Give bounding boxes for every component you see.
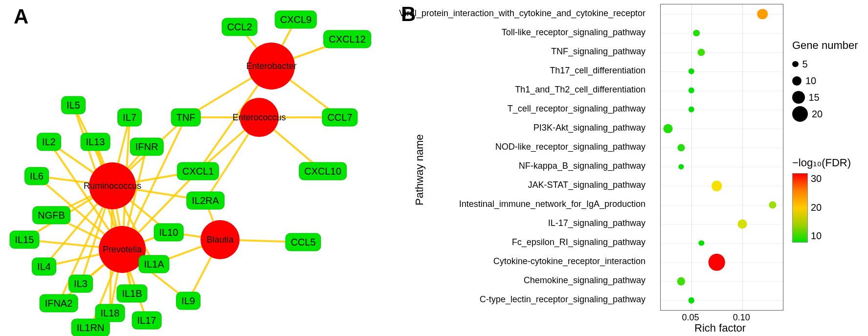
dotplot-panel: Pathway name Rich factor Gene number 510…	[401, 0, 861, 336]
bacteria-node: Enterobacter	[248, 43, 295, 90]
gene-node: IFNA2	[40, 294, 78, 313]
size-legend-item: 10	[792, 72, 858, 89]
data-point	[712, 180, 722, 191]
data-point	[737, 220, 747, 229]
gene-node: IL13	[81, 133, 111, 151]
color-legend-title: −log₁₀(FDR)	[792, 157, 851, 169]
data-point	[698, 48, 705, 56]
gene-node: CXCL1	[177, 162, 219, 180]
color-legend-tick: 10	[811, 230, 822, 242]
gridline-h	[661, 224, 783, 224]
size-legend-circle	[792, 76, 801, 86]
x-axis-title: Rich factor	[694, 322, 746, 335]
gridline-h	[661, 71, 783, 72]
color-legend: −log₁₀(FDR) 302010	[792, 157, 851, 243]
pathway-label: Fc_epsilon_RI_signaling_pathway	[512, 237, 645, 247]
pathway-label: C-type_lectin_receptor_signaling_pathway	[480, 294, 645, 305]
gene-node: IL3	[68, 275, 93, 293]
data-point	[677, 277, 685, 285]
gene-node: TNF	[171, 109, 201, 127]
gene-node: CXCL9	[275, 11, 317, 29]
data-point	[757, 9, 768, 20]
pathway-label: Intestinal_immune_network_for_IgA_produc…	[459, 199, 645, 209]
data-point	[699, 241, 704, 246]
size-legend-circle	[792, 106, 808, 122]
color-legend-tick: 30	[811, 173, 822, 184]
gene-node: IL6	[24, 167, 49, 185]
data-point	[688, 68, 694, 74]
size-legend-value: 15	[809, 92, 820, 103]
size-legend-item: 20	[792, 106, 858, 122]
size-legend-circle	[792, 91, 805, 104]
x-tick: 0.10	[733, 313, 750, 323]
data-point	[678, 164, 684, 169]
gridline-h	[661, 129, 783, 129]
gridline-v	[691, 4, 692, 310]
gene-node: CCL7	[322, 109, 357, 127]
gridline-v	[742, 4, 743, 310]
gene-node: IL1B	[116, 285, 147, 303]
gridline-h	[661, 52, 783, 53]
gridline-h	[661, 300, 783, 301]
size-legend-value: 20	[812, 109, 823, 120]
pathway-label: JAK-STAT_signaling_pathway	[528, 180, 645, 190]
gridline-h	[661, 90, 783, 91]
color-gradient	[792, 173, 808, 243]
data-point	[708, 254, 725, 271]
size-legend-item: 5	[792, 56, 858, 72]
size-legend: Gene number 5101520	[792, 39, 858, 122]
gene-node: IL7	[117, 109, 142, 127]
pathway-label: Viral_protein_interaction_with_cytokine_…	[399, 8, 645, 19]
size-legend-value: 5	[802, 59, 808, 70]
data-point	[677, 144, 685, 151]
size-legend-item: 15	[792, 89, 858, 106]
pathway-label: Toll-like_receptor_signaling_pathway	[502, 27, 645, 38]
bacteria-node: Blautia	[200, 220, 240, 259]
y-axis-title: Pathway name	[413, 134, 426, 205]
data-point	[769, 202, 777, 209]
gene-node: CCL2	[222, 18, 257, 36]
gene-node: IL1A	[138, 255, 169, 273]
plot-area	[660, 4, 783, 311]
gene-node: CXCL10	[299, 162, 347, 180]
data-point	[688, 88, 694, 94]
pathway-label: Cytokine-cytokine_receptor_interaction	[493, 256, 645, 267]
gene-node: NGFB	[32, 206, 70, 224]
size-legend-title: Gene number	[792, 39, 858, 52]
size-legend-circle	[792, 61, 799, 67]
pathway-label: PI3K-Akt_signaling_pathway	[534, 123, 645, 133]
data-point	[663, 124, 672, 133]
gridline-h	[661, 110, 783, 110]
gene-node: IL17	[132, 312, 162, 330]
pathway-label: NF-kappa_B_signaling_pathway	[519, 161, 645, 171]
gridline-h	[661, 205, 783, 205]
data-point	[693, 30, 700, 37]
pathway-label: Chemokine_signaling_pathway	[524, 275, 645, 286]
pathway-label: T_cell_receptor_signaling_pathway	[508, 104, 645, 114]
gridline-h	[661, 243, 783, 244]
pathway-label: TNF_signaling_pathway	[551, 46, 645, 57]
gridline-h	[661, 33, 783, 34]
x-tick: 0.05	[682, 313, 699, 323]
gene-node: IL2	[37, 133, 61, 151]
bacteria-node: Ruminococcus	[89, 162, 136, 209]
gene-node: IL4	[32, 258, 56, 276]
gene-node: IL5	[61, 96, 86, 114]
pathway-label: IL-17_signaling_pathway	[548, 218, 645, 228]
pathway-label: Th1_and_Th2_cell_differentiation	[515, 85, 645, 95]
data-point	[688, 297, 694, 304]
gene-node: IL15	[10, 231, 40, 249]
data-point	[688, 107, 694, 113]
gene-node: IL9	[176, 292, 200, 310]
gene-node: IL1RN	[71, 319, 110, 336]
gene-node: IL10	[154, 224, 184, 242]
pathway-label: Th17_cell_differentiation	[550, 66, 645, 76]
gene-node: IL2RA	[186, 192, 224, 210]
network-panel: RuminococcusPrevotellaBlautiaEnterococcu…	[0, 0, 391, 336]
gene-node: CXCL12	[323, 30, 371, 48]
pathway-label: NOD-like_receptor_signaling_pathway	[495, 142, 645, 152]
color-legend-tick: 20	[811, 202, 822, 213]
gene-node: CCL5	[285, 233, 321, 251]
bacteria-node: Enterococcus	[240, 98, 279, 137]
gene-node: IFNR	[130, 138, 164, 156]
